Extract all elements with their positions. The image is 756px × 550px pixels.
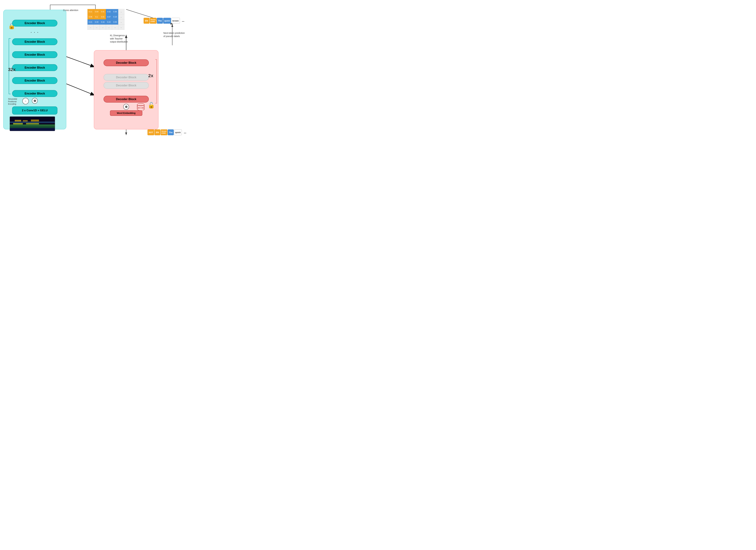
svg-rect-32 [31, 120, 39, 121]
token-dots-top: ... [180, 18, 186, 24]
decoder-dots: . . [124, 77, 128, 81]
spectrogram [10, 116, 55, 131]
token-dots-bottom: ... [182, 129, 188, 135]
matrix-container: 0.11 0.04 0.41 0.02 0.38 ... 0.06 0.1 0.… [87, 9, 129, 34]
encoder-container: 🔒 Encoder Block . . . Encoder Block Enco… [3, 10, 66, 129]
svg-line-13 [66, 84, 95, 95]
svg-rect-33 [10, 128, 55, 131]
token-quick-bottom: quick [174, 129, 182, 135]
sinusoidal-icon: ~ [22, 98, 29, 104]
svg-rect-26 [10, 124, 55, 126]
attention-matrix: 0.11 0.04 0.41 0.02 0.38 ... 0.06 0.1 0.… [87, 9, 124, 30]
decoder-bracket [155, 59, 157, 103]
kl-divergence-label: KL Divergence with Teacher output distri… [110, 34, 129, 44]
learned-pos-encoding-icon [136, 103, 145, 111]
lock-open-icon: 🔓 [148, 102, 155, 109]
token-the-top: The [157, 18, 163, 24]
svg-point-35 [137, 108, 144, 110]
encoder-bracket [9, 38, 11, 94]
diagram: 🔒 Encoder Block . . . Encoder Block Enco… [0, 0, 194, 142]
svg-rect-30 [15, 120, 21, 121]
svg-rect-29 [10, 121, 55, 123]
encoder-dots: . . . [31, 29, 39, 34]
token-the-bottom: The [168, 129, 174, 135]
token-en-top: EN [144, 18, 149, 24]
decoder-block-1: Decoder Block [104, 59, 149, 66]
svg-point-38 [137, 105, 144, 108]
decoder-container: 🔓 Decoder Block Decoder Block . . Decode… [94, 50, 159, 129]
encoder-block-4: Encoder Block [12, 64, 57, 71]
conv1d-block: 2 x Conv1D + GELU [12, 106, 57, 115]
word-embedding-block: Word Embedding [110, 110, 142, 116]
spectrogram-visual [10, 117, 55, 131]
cross-attention-label: Cross attention [63, 9, 78, 11]
sinusoidal-label: SinusoidalPositionalEncoding [8, 98, 21, 105]
token-transcribe-bottom: TRANS-CRIBE [161, 129, 167, 135]
token-sot-bottom: SOT [148, 129, 154, 135]
svg-line-14 [66, 57, 95, 67]
token-brown-top: brown [171, 18, 180, 24]
token-en-bottom: EN [154, 129, 160, 135]
decoder-block-3-faded: Decoder Block [104, 82, 149, 89]
encoder-block-2: Encoder Block [12, 38, 57, 45]
encoder-block-1: Encoder Block [12, 20, 57, 27]
token-transcribe-top: TRANS-CRIBE [150, 18, 157, 24]
encoder-block-6: Encoder Block [12, 90, 57, 97]
input-token-sequence: SOT EN TRANS-CRIBE The quick ... [148, 129, 188, 135]
next-token-prediction-label: Next-token prediction of pseudo labels [163, 32, 186, 38]
svg-rect-31 [23, 120, 28, 121]
decoder-plus-circle: ⊕ [123, 104, 129, 110]
encoder-plus-circle: ⊕ [32, 98, 38, 104]
output-token-sequence: EN TRANS-CRIBE The quick brown ... [144, 18, 186, 24]
decoder-block-4: Decoder Block [104, 96, 149, 103]
encoder-block-5: Encoder Block [12, 77, 57, 84]
encoder-block-3: Encoder Block [12, 51, 57, 58]
svg-rect-27 [13, 123, 23, 124]
encoder-repeat-label: 32x [8, 67, 16, 72]
decoder-repeat-label: 2x [148, 73, 153, 78]
token-quick-top: quick [163, 18, 171, 24]
